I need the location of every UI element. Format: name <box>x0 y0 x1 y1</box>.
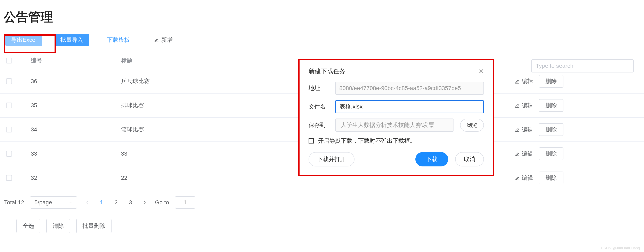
next-page-button[interactable] <box>140 198 149 207</box>
dialog-title: 新建下载任务 <box>308 67 346 76</box>
add-button-label: 新增 <box>161 36 173 44</box>
saveto-label: 保存到 <box>308 121 329 129</box>
page-number[interactable]: 3 <box>126 198 135 207</box>
delete-button[interactable]: 删除 <box>539 75 564 88</box>
silent-download-label: 开启静默下载，下载时不弹出下载框。 <box>318 137 416 145</box>
search-box <box>531 59 634 72</box>
url-label: 地址 <box>308 84 329 92</box>
filename-label: 文件名 <box>308 103 329 111</box>
edit-button[interactable]: 编辑 <box>515 102 533 109</box>
row-checkbox[interactable] <box>6 78 12 84</box>
page-size-label: 5/page <box>34 199 52 206</box>
select-all-button[interactable]: 全选 <box>16 219 40 233</box>
edit-icon <box>515 79 520 84</box>
delete-button[interactable]: 删除 <box>539 147 564 160</box>
download-dialog: 新建下载任务 ✕ 地址 文件名 保存到 浏览 开启静默下载，下载时不弹出下载框。… <box>298 59 494 176</box>
column-header-id: 编号 <box>31 57 121 64</box>
chevron-down-icon <box>68 200 72 205</box>
edit-label: 编辑 <box>522 174 533 182</box>
export-excel-button[interactable]: 导出Excel <box>5 34 42 46</box>
page-nav: 1 2 3 <box>83 198 149 207</box>
edit-button[interactable]: 编辑 <box>515 126 533 133</box>
edit-icon <box>515 151 520 156</box>
edit-button[interactable]: 编辑 <box>515 77 533 85</box>
edit-icon <box>154 37 159 43</box>
filename-input[interactable] <box>335 100 484 113</box>
saveto-input[interactable] <box>335 119 454 132</box>
delete-button[interactable]: 删除 <box>539 99 564 112</box>
cancel-button[interactable]: 取消 <box>455 152 484 166</box>
edit-label: 编辑 <box>522 102 533 109</box>
edit-label: 编辑 <box>522 150 533 158</box>
page-size-select[interactable]: 5/page <box>30 196 77 209</box>
batch-delete-button[interactable]: 批量删除 <box>76 219 112 233</box>
edit-icon <box>515 175 520 181</box>
add-button[interactable]: 新增 <box>148 34 178 46</box>
row-id: 35 <box>31 102 121 109</box>
download-button[interactable]: 下载 <box>416 152 448 166</box>
row-checkbox[interactable] <box>6 151 12 157</box>
row-checkbox[interactable] <box>6 175 12 181</box>
total-label: Total 12 <box>4 199 24 206</box>
edit-icon <box>515 103 520 108</box>
page-title: 公告管理 <box>0 0 644 34</box>
search-input[interactable] <box>531 59 634 72</box>
close-icon[interactable]: ✕ <box>478 68 484 75</box>
edit-icon <box>515 127 520 132</box>
edit-button[interactable]: 编辑 <box>515 174 533 182</box>
page-number[interactable]: 1 <box>97 198 106 207</box>
bulk-actions: 全选 清除 批量删除 <box>0 219 644 233</box>
clear-button[interactable]: 清除 <box>46 219 70 233</box>
page-number[interactable]: 2 <box>112 198 120 207</box>
toolbar: 导出Excel 批量导入 下载模板 新增 <box>0 34 644 46</box>
download-template-button[interactable]: 下载模板 <box>101 34 136 46</box>
row-id: 33 <box>31 150 121 157</box>
row-id: 36 <box>31 78 121 85</box>
goto-label: Go to <box>155 199 169 206</box>
pagination: Total 12 5/page 1 2 3 Go to <box>0 190 644 215</box>
silent-download-checkbox[interactable] <box>308 138 314 143</box>
edit-label: 编辑 <box>522 77 533 85</box>
delete-button[interactable]: 删除 <box>539 123 564 136</box>
delete-button[interactable]: 删除 <box>539 172 564 184</box>
row-checkbox[interactable] <box>6 127 12 132</box>
select-all-checkbox[interactable] <box>6 58 12 63</box>
browse-button[interactable]: 浏览 <box>460 119 484 132</box>
goto-input[interactable] <box>175 196 196 209</box>
url-input[interactable] <box>335 82 484 95</box>
edit-button[interactable]: 编辑 <box>515 150 533 158</box>
edit-label: 编辑 <box>522 126 533 133</box>
row-checkbox[interactable] <box>6 103 12 108</box>
batch-import-button[interactable]: 批量导入 <box>54 34 89 46</box>
watermark: CSDN @JunLianHuang <box>601 246 640 250</box>
row-id: 32 <box>31 175 121 181</box>
row-id: 34 <box>31 126 121 133</box>
prev-page-button[interactable] <box>83 198 92 207</box>
download-and-open-button[interactable]: 下载并打开 <box>308 152 354 166</box>
